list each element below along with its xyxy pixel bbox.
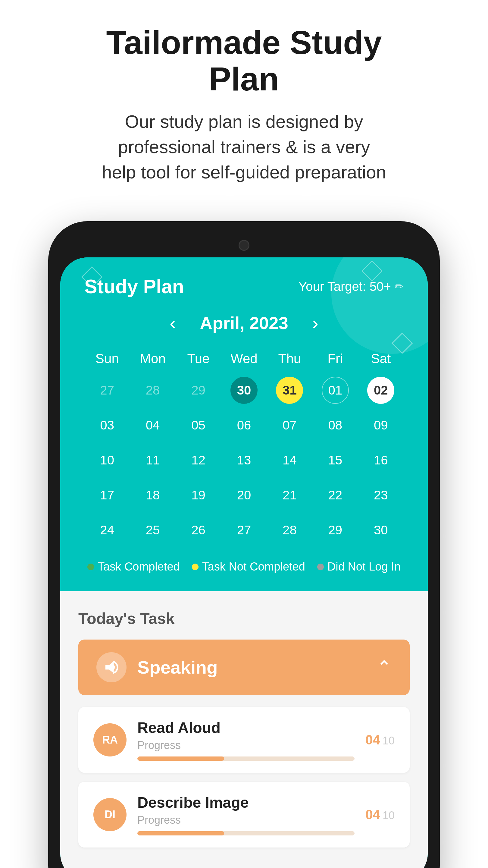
- task-icon-di: DI: [93, 798, 127, 831]
- calendar-body: 27 28 29 30 31 01 02: [84, 375, 404, 545]
- cal-cell-20[interactable]: 20: [221, 480, 267, 510]
- cal-cell-18[interactable]: 18: [130, 480, 175, 510]
- white-area: Today's Task Speaking: [60, 591, 428, 868]
- cal-num-24: 24: [100, 523, 114, 537]
- todays-task-label: Today's Task: [78, 610, 410, 627]
- header-section: Tailormade Study Plan Our study plan is …: [63, 0, 425, 203]
- legend-completed-label: Task Completed: [98, 560, 180, 573]
- cal-num-11: 11: [146, 453, 160, 467]
- cal-cell-14[interactable]: 14: [267, 445, 313, 475]
- cal-cell-01[interactable]: 01: [313, 375, 358, 405]
- cal-num-28a: 28: [146, 383, 160, 398]
- dot-not-completed: [192, 564, 198, 570]
- cal-num-08: 08: [328, 418, 342, 433]
- phone-screen: Study Plan Your Target: 50+ ✏ ‹ April, 2…: [60, 257, 428, 868]
- progress-total-ra: 10: [383, 735, 395, 747]
- task-icon-ra: RA: [93, 723, 127, 756]
- cal-num-09: 09: [374, 418, 388, 433]
- cal-cell-29[interactable]: 29: [175, 375, 221, 405]
- cal-cell-05[interactable]: 05: [175, 410, 221, 440]
- cal-num-28b: 28: [283, 523, 297, 537]
- cal-num-03: 03: [100, 418, 114, 433]
- speaking-left: Speaking: [96, 652, 218, 682]
- cal-num-10: 10: [100, 453, 114, 467]
- cal-cell-28a[interactable]: 28: [130, 375, 175, 405]
- cal-cell-11[interactable]: 11: [130, 445, 175, 475]
- chevron-up-icon[interactable]: ⌃: [377, 657, 392, 678]
- cal-cell-27b[interactable]: 27: [221, 515, 267, 545]
- day-fri: Fri: [313, 348, 358, 369]
- task-name-di: Describe Image: [137, 794, 355, 811]
- task-progress-label-ra: Progress: [137, 739, 355, 752]
- task-card-describe-image[interactable]: DI Describe Image Progress 04 10: [78, 782, 410, 847]
- cal-cell-17[interactable]: 17: [84, 480, 130, 510]
- progress-fill-ra: [137, 756, 224, 761]
- phone-wrapper: Study Plan Your Target: 50+ ✏ ‹ April, 2…: [48, 221, 440, 868]
- cal-num-21: 21: [283, 488, 297, 502]
- cal-cell-03[interactable]: 03: [84, 410, 130, 440]
- cal-cell-12[interactable]: 12: [175, 445, 221, 475]
- cal-cell-13[interactable]: 13: [221, 445, 267, 475]
- cal-num-20: 20: [237, 488, 251, 502]
- cal-num-22: 22: [328, 488, 342, 502]
- cal-cell-16[interactable]: 16: [358, 445, 404, 475]
- task-right-di: 04 10: [365, 807, 395, 822]
- cal-num-27a: 27: [100, 383, 114, 398]
- day-mon: Mon: [130, 348, 175, 369]
- legend-no-login-label: Did Not Log In: [327, 560, 401, 573]
- cal-cell-02[interactable]: 02: [358, 375, 404, 405]
- task-progress-label-di: Progress: [137, 814, 355, 827]
- cal-cell-15[interactable]: 15: [313, 445, 358, 475]
- cal-cell-08[interactable]: 08: [313, 410, 358, 440]
- task-icon-ra-text: RA: [102, 734, 118, 746]
- cal-cell-22[interactable]: 22: [313, 480, 358, 510]
- cal-cell-30[interactable]: 30: [221, 375, 267, 405]
- cal-num-06: 06: [237, 418, 251, 433]
- speaking-label: Speaking: [137, 657, 218, 678]
- cal-num-14: 14: [283, 453, 297, 467]
- cal-cell-19[interactable]: 19: [175, 480, 221, 510]
- teal-area: Study Plan Your Target: 50+ ✏ ‹ April, 2…: [60, 257, 428, 591]
- speaking-card[interactable]: Speaking ⌃: [78, 640, 410, 695]
- progress-total-di: 10: [383, 809, 395, 822]
- cal-num-07: 07: [283, 418, 297, 433]
- cal-num-27b: 27: [237, 523, 251, 537]
- cal-cell-27a[interactable]: 27: [84, 375, 130, 405]
- cal-cell-29b[interactable]: 29: [313, 515, 358, 545]
- legend-no-login: Did Not Log In: [317, 560, 401, 573]
- cal-cell-25[interactable]: 25: [130, 515, 175, 545]
- cal-cell-09[interactable]: 09: [358, 410, 404, 440]
- next-month-button[interactable]: ›: [313, 314, 318, 332]
- cal-num-30b: 30: [374, 523, 388, 537]
- cal-circle-02: 02: [367, 377, 394, 404]
- task-card-read-aloud[interactable]: RA Read Aloud Progress 04 10: [78, 707, 410, 773]
- cal-num-04: 04: [146, 418, 160, 433]
- calendar-grid: Sun Mon Tue Wed Thu Fri Sat 27 28 29: [84, 348, 404, 545]
- cal-cell-06[interactable]: 06: [221, 410, 267, 440]
- cal-cell-07[interactable]: 07: [267, 410, 313, 440]
- cal-cell-28b[interactable]: 28: [267, 515, 313, 545]
- legend-not-completed: Task Not Completed: [192, 560, 305, 573]
- cal-cell-31[interactable]: 31: [267, 375, 313, 405]
- cal-num-17: 17: [100, 488, 114, 502]
- cal-cell-04[interactable]: 04: [130, 410, 175, 440]
- prev-month-button[interactable]: ‹: [170, 314, 175, 332]
- cal-num-23: 23: [374, 488, 388, 502]
- progress-bar-ra: [137, 756, 355, 761]
- cal-cell-30b[interactable]: 30: [358, 515, 404, 545]
- cal-cell-21[interactable]: 21: [267, 480, 313, 510]
- cal-cell-23[interactable]: 23: [358, 480, 404, 510]
- cal-cell-10[interactable]: 10: [84, 445, 130, 475]
- cal-cell-24[interactable]: 24: [84, 515, 130, 545]
- cal-num-19: 19: [191, 488, 205, 502]
- progress-current-di: 04: [365, 807, 380, 822]
- cal-num-12: 12: [191, 453, 205, 467]
- cal-num-15: 15: [328, 453, 342, 467]
- speaking-icon-circle: [96, 652, 127, 682]
- cal-num-26: 26: [191, 523, 205, 537]
- cal-outline-01: 01: [322, 377, 349, 404]
- main-subtitle: Our study plan is designed by profession…: [99, 109, 389, 185]
- cal-cell-26[interactable]: 26: [175, 515, 221, 545]
- task-numbers-ra: 04 10: [365, 733, 395, 747]
- phone-outer: Study Plan Your Target: 50+ ✏ ‹ April, 2…: [48, 221, 440, 868]
